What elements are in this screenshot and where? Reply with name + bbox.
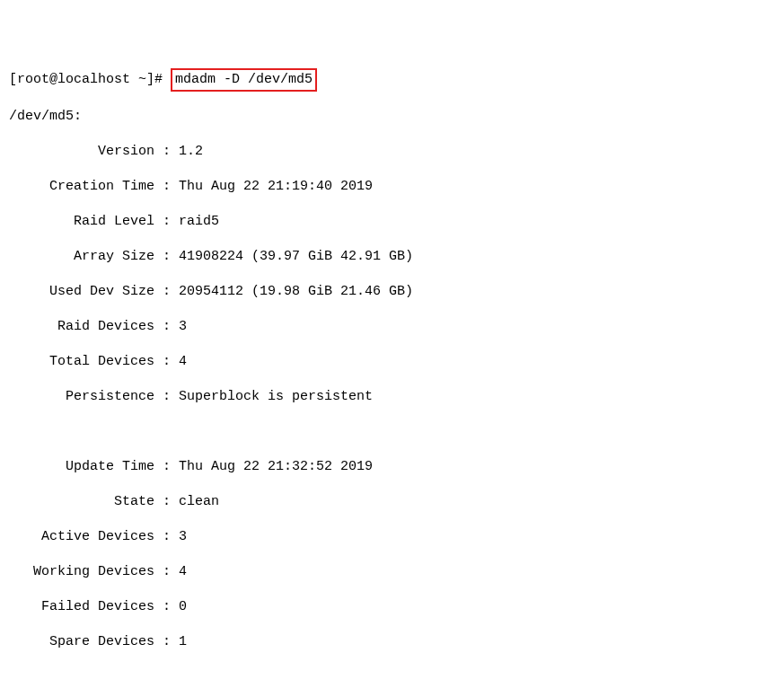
field-row: Working Devices : 4 <box>9 562 775 582</box>
field-row: Update Time : Thu Aug 22 21:32:52 2019 <box>9 457 775 477</box>
field-label: Update Time : <box>9 459 171 474</box>
field-row: Spare Devices : 1 <box>9 632 775 652</box>
field-label: Version : <box>9 144 171 159</box>
blank-line <box>9 422 775 442</box>
field-row: State : clean <box>9 492 775 512</box>
field-value: Superblock is persistent <box>171 389 373 404</box>
field-row: Raid Devices : 3 <box>9 317 775 337</box>
field-value: 3 <box>171 319 187 334</box>
field-row: Raid Level : raid5 <box>9 212 775 232</box>
field-row: Used Dev Size : 20954112 (19.98 GiB 21.4… <box>9 282 775 302</box>
blank-line <box>9 667 775 687</box>
field-value: 1.2 <box>171 144 203 159</box>
field-value: 3 <box>171 529 187 544</box>
field-row: Total Devices : 4 <box>9 352 775 372</box>
field-label: Array Size : <box>9 249 171 264</box>
field-value: 0 <box>171 599 187 614</box>
field-label: State : <box>9 494 171 509</box>
field-value: 1 <box>171 634 187 649</box>
field-value: 20954112 (19.98 GiB 21.46 GB) <box>171 284 413 299</box>
field-row: Active Devices : 3 <box>9 527 775 547</box>
field-row: Version : 1.2 <box>9 142 775 162</box>
field-label: Raid Devices : <box>9 319 171 334</box>
field-label: Total Devices : <box>9 354 171 369</box>
field-value: raid5 <box>171 214 219 229</box>
cmd-line: [root@localhost ~]# mdadm -D /dev/md5 <box>9 68 775 92</box>
field-row: Creation Time : Thu Aug 22 21:19:40 2019 <box>9 177 775 197</box>
field-label: Creation Time : <box>9 179 171 194</box>
field-label: Working Devices : <box>9 564 171 579</box>
field-row: Persistence : Superblock is persistent <box>9 387 775 407</box>
field-value: 4 <box>171 354 187 369</box>
command-highlight: mdadm -D /dev/md5 <box>171 68 317 92</box>
field-label: Failed Devices : <box>9 599 171 614</box>
field-label: Raid Level : <box>9 214 171 229</box>
field-row: Array Size : 41908224 (39.97 GiB 42.91 G… <box>9 247 775 267</box>
field-label: Used Dev Size : <box>9 284 171 299</box>
field-value: 41908224 (39.97 GiB 42.91 GB) <box>171 249 413 264</box>
field-value: Thu Aug 22 21:19:40 2019 <box>171 179 373 194</box>
device-line: /dev/md5: <box>9 107 775 127</box>
field-label: Active Devices : <box>9 529 171 544</box>
field-value: clean <box>171 494 219 509</box>
field-label: Spare Devices : <box>9 634 171 649</box>
field-value: 4 <box>171 564 187 579</box>
field-value: Thu Aug 22 21:32:52 2019 <box>171 459 373 474</box>
field-row: Failed Devices : 0 <box>9 597 775 617</box>
shell-prompt: [root@localhost ~]# <box>9 72 163 87</box>
field-label: Persistence : <box>9 389 171 404</box>
